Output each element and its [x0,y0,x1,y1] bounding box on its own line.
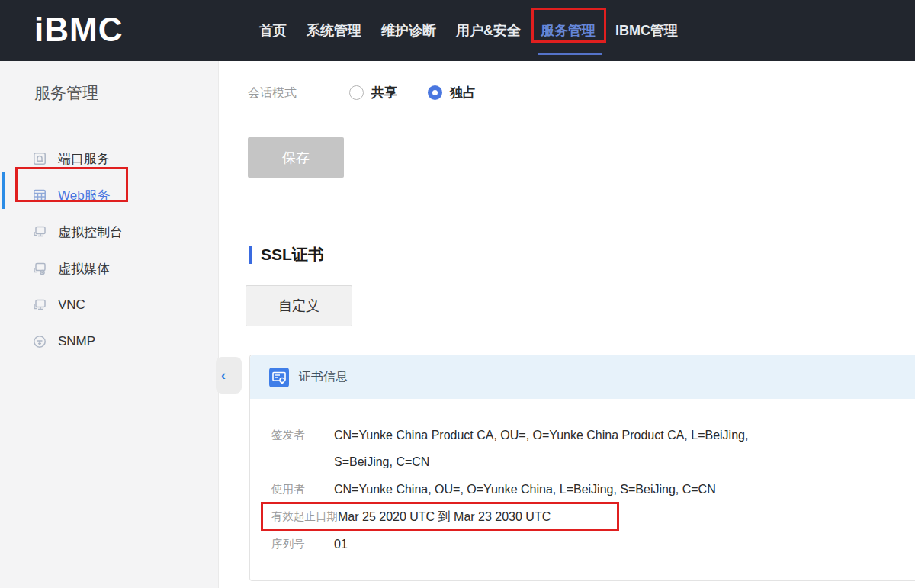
certificate-panel-header: 证书信息 [250,355,915,399]
sidebar-title: 服务管理 [34,82,98,104]
chevron-left-icon: ‹ [221,368,226,384]
save-button[interactable]: 保存 [248,137,344,178]
sidebar-item-label: VNC [58,297,85,313]
session-mode-label: 会话模式 [248,85,297,101]
section-title-accent-bar [249,246,252,264]
web-service-icon [32,188,47,203]
nav-item-label: 用户&安全 [456,21,521,40]
snmp-icon [32,334,47,349]
vnc-icon [32,297,47,313]
radio-label: 独占 [450,84,476,101]
field-value: Mar 25 2020 UTC 到 Mar 23 2030 UTC [338,503,776,530]
nav-item-ibmc-management[interactable]: iBMC管理 [615,0,678,61]
sidebar-item-label: SNMP [58,334,95,349]
section-title-text: SSL证书 [261,244,324,265]
sidebar-item-port-service[interactable]: 端口服务 [0,140,218,177]
cert-row-validity: 有效起止日期 Mar 25 2020 UTC 到 Mar 23 2030 UTC [271,503,915,530]
port-service-icon [32,151,47,166]
sidebar-item-snmp[interactable]: SNMP [0,323,218,360]
certificate-panel-title: 证书信息 [299,369,348,385]
sidebar-item-label: Web服务 [58,187,111,204]
nav-item-label: 维护诊断 [381,21,436,40]
nav-item-label: 系统管理 [307,21,361,40]
field-label: 序列号 [271,531,334,557]
sidebar: 服务管理 端口服务 [0,61,219,588]
nav-item-label: 首页 [259,21,287,40]
ibmc-logo: iBMC [34,11,123,49]
top-navigation: 首页 系统管理 维护诊断 用户&安全 服务管理 iBMC管理 [259,0,698,61]
sidebar-item-label: 虚拟媒体 [58,260,110,278]
sidebar-item-virtual-media[interactable]: 虚拟媒体 [0,250,218,287]
field-label: 签发者 [271,422,334,475]
radio-label: 共享 [371,84,397,101]
certificate-icon [269,368,289,387]
sidebar-menu: 端口服务 Web服务 [0,140,218,360]
certificate-panel-body: 签发者 CN=Yunke China Product CA, OU=, O=Yu… [250,399,915,557]
radio-option-exclusive[interactable]: 独占 [428,84,476,101]
radio-option-shared[interactable]: 共享 [349,84,397,101]
nav-item-service-management[interactable]: 服务管理 [541,0,596,61]
cert-row-serial-number: 序列号 01 [271,531,915,557]
customize-button[interactable]: 自定义 [246,285,352,326]
sidebar-item-web-service[interactable]: Web服务 [0,177,218,214]
field-label: 使用者 [271,476,334,503]
active-tab-underline [538,53,602,55]
field-value: 01 [334,531,772,557]
ssl-certificate-section-title: SSL证书 [249,244,324,265]
virtual-media-icon [32,261,47,276]
nav-item-home[interactable]: 首页 [259,0,287,61]
nav-item-label: 服务管理 [541,21,596,40]
sidebar-collapse-button[interactable]: ‹ [216,357,242,394]
nav-item-system-management[interactable]: 系统管理 [307,0,361,61]
field-value: CN=Yunke China, OU=, O=Yunke China, L=Be… [334,476,772,503]
virtual-console-icon [32,224,47,239]
nav-item-user-security[interactable]: 用户&安全 [456,0,521,61]
cert-row-subject: 使用者 CN=Yunke China, OU=, O=Yunke China, … [271,476,915,503]
field-value: CN=Yunke China Product CA, OU=, O=Yunke … [334,422,772,475]
field-label: 有效起止日期 [271,503,338,530]
sidebar-item-label: 端口服务 [58,150,110,168]
sidebar-item-virtual-console[interactable]: 虚拟控制台 [0,214,218,250]
nav-item-maintenance-diagnosis[interactable]: 维护诊断 [381,0,436,61]
session-mode-row: 会话模式 共享 独占 [219,85,915,102]
main-content: 会话模式 共享 独占 保存 SSL证书 自定义 [219,61,915,588]
sidebar-item-vnc[interactable]: VNC [0,287,218,323]
nav-item-label: iBMC管理 [615,21,678,40]
cert-row-issuer: 签发者 CN=Yunke China Product CA, OU=, O=Yu… [271,422,915,475]
top-header-bar: iBMC 首页 系统管理 维护诊断 用户&安全 服务管理 iBMC管理 [0,0,915,61]
radio-checked-icon[interactable] [428,85,442,100]
certificate-info-panel: 证书信息 签发者 CN=Yunke China Product CA, OU=,… [249,355,915,581]
sidebar-item-label: 虚拟控制台 [58,223,123,241]
radio-unchecked-icon[interactable] [349,85,364,100]
